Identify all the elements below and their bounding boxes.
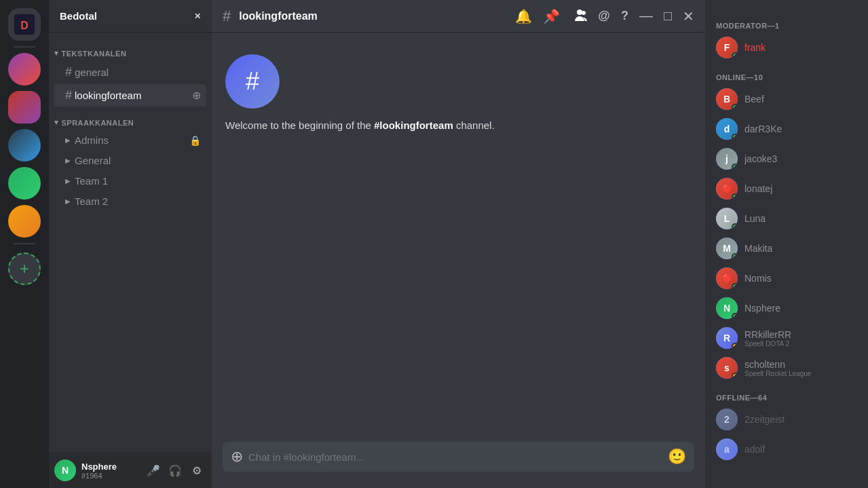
dota-icon: D bbox=[14, 14, 35, 35]
member-name-jacoke3: jacoke3 bbox=[744, 153, 777, 164]
channel-item-general[interactable]: # general bbox=[54, 61, 206, 83]
member-avatar-nsphere: N bbox=[716, 297, 738, 319]
settings-button[interactable]: ⚙ bbox=[187, 461, 206, 480]
voice-channel-team1[interactable]: ▶ Team 1 bbox=[54, 171, 206, 191]
server-icon-bedotal[interactable]: D bbox=[8, 8, 41, 41]
category-collapse-icon: ▾ bbox=[54, 49, 59, 58]
member-item-makita[interactable]: M Makita bbox=[711, 233, 863, 263]
member-avatar-rrkiller: R bbox=[716, 327, 738, 349]
server-name: Bedotal bbox=[60, 10, 97, 22]
main-content: # lookingforteam 🔔 📌 @ ? — □ ✕ # Welcome… bbox=[212, 0, 705, 488]
voice-chevron-icon-2: ▶ bbox=[65, 157, 71, 164]
member-subtext-scholtenn: Speelt Rocket League bbox=[744, 370, 811, 377]
server-icon-2[interactable] bbox=[8, 91, 41, 124]
server-icon-1[interactable] bbox=[8, 53, 41, 86]
member-avatar-frank: F bbox=[716, 37, 738, 58]
member-name-2zeitgeist: 2zeitgeist bbox=[744, 414, 785, 425]
member-name-frank: frank bbox=[744, 42, 766, 53]
offline-category-label: OFFLINE—64 bbox=[711, 383, 863, 405]
member-item-lonatej[interactable]: 🔴 lonatej bbox=[711, 174, 863, 204]
mute-button[interactable]: 🎤 bbox=[144, 461, 163, 480]
bell-icon[interactable]: 🔔 bbox=[515, 8, 532, 24]
member-name-rrkiller: RRkillerRR bbox=[744, 329, 791, 340]
member-item-nsphere[interactable]: N Nsphere bbox=[711, 293, 863, 323]
member-avatar-makita: M bbox=[716, 238, 738, 259]
user-actions: 🎤 🎧 ⚙ bbox=[144, 461, 206, 480]
user-tag: #1964 bbox=[81, 472, 138, 480]
channel-name-lookingforteam: lookingforteam bbox=[75, 90, 141, 101]
message-input[interactable] bbox=[248, 451, 662, 463]
member-item-adolf[interactable]: a adolf bbox=[711, 434, 863, 464]
header-hash-icon: # bbox=[223, 7, 231, 25]
pin-icon[interactable]: 📌 bbox=[543, 8, 560, 24]
server-divider-2 bbox=[14, 243, 35, 244]
chat-input-area: ⊕ 🙂 bbox=[212, 442, 705, 488]
member-item-rrkiller[interactable]: R RRkillerRR Speelt DOTA 2 bbox=[711, 323, 863, 353]
voice-lock-icon: 🔒 bbox=[189, 135, 201, 146]
server-icon-4[interactable] bbox=[8, 167, 41, 200]
voice-channel-general[interactable]: ▶ General bbox=[54, 151, 206, 170]
server-icon-5[interactable] bbox=[8, 205, 41, 238]
server-header[interactable]: Bedotal ✕ bbox=[49, 0, 212, 33]
member-name-nomis: Nomis bbox=[744, 273, 772, 284]
avatar: N bbox=[54, 459, 76, 481]
emoji-icon[interactable]: 🙂 bbox=[668, 448, 686, 466]
voice-channel-admins[interactable]: ▶ Admins 🔒 bbox=[54, 130, 206, 150]
member-item-luna[interactable]: L Luna bbox=[711, 204, 863, 233]
member-avatar-adolf: a bbox=[716, 438, 738, 460]
text-channels-category[interactable]: ▾ TEKSTKANALEN bbox=[49, 38, 212, 60]
welcome-message: # Welcome to the beginning of the #looki… bbox=[212, 43, 705, 142]
close-icon[interactable]: ✕ bbox=[683, 8, 694, 24]
server-icon-3[interactable] bbox=[8, 129, 41, 162]
welcome-avatar: # bbox=[225, 54, 280, 109]
member-item-jacoke3[interactable]: j jacoke3 bbox=[711, 144, 863, 174]
voice-chevron-icon-4: ▶ bbox=[65, 198, 71, 205]
help-icon[interactable]: ? bbox=[621, 9, 628, 23]
chat-input-box: ⊕ 🙂 bbox=[223, 442, 694, 472]
minimize-icon[interactable]: — bbox=[639, 8, 653, 24]
member-name-lonatej: lonatej bbox=[744, 183, 772, 194]
member-name-darr3ke: darR3Ke bbox=[744, 124, 782, 134]
member-name-makita: Makita bbox=[744, 243, 772, 254]
member-info-scholtenn: scholtenn Speelt Rocket League bbox=[744, 359, 811, 377]
voice-channels-category[interactable]: ▾ SPRAAKKANALEN bbox=[49, 107, 212, 130]
at-icon[interactable]: @ bbox=[598, 9, 610, 23]
add-server-button[interactable]: + bbox=[8, 252, 41, 285]
upload-icon[interactable]: ⊕ bbox=[231, 448, 243, 466]
member-name-adolf: adolf bbox=[744, 444, 765, 455]
member-item-nomis[interactable]: 🔴 Nomis bbox=[711, 263, 863, 293]
member-avatar-lonatej: 🔴 bbox=[716, 178, 738, 200]
deafen-button[interactable]: 🎧 bbox=[166, 461, 185, 480]
maximize-icon[interactable]: □ bbox=[664, 8, 672, 24]
member-avatar-2zeitgeist: 2 bbox=[716, 409, 738, 430]
voice-chevron-icon-3: ▶ bbox=[65, 177, 71, 185]
channel-settings-icon[interactable]: ⊕ bbox=[192, 89, 201, 102]
voice-channel-team2[interactable]: ▶ Team 2 bbox=[54, 191, 206, 211]
member-item-beef[interactable]: B Beef bbox=[711, 84, 863, 114]
hash-icon-2: # bbox=[65, 88, 72, 102]
member-item-2zeitgeist[interactable]: 2 2zeitgeist bbox=[711, 405, 863, 434]
server-dropdown-icon: ✕ bbox=[194, 12, 201, 21]
member-avatar-nomis: 🔴 bbox=[716, 267, 738, 289]
voice-channel-name-team2: Team 2 bbox=[75, 195, 108, 207]
welcome-text: Welcome to the beginning of the #looking… bbox=[225, 119, 692, 131]
member-name-luna: Luna bbox=[744, 213, 766, 224]
members-icon[interactable] bbox=[571, 8, 587, 24]
member-avatar-jacoke3: j bbox=[716, 148, 738, 170]
channel-item-lookingforteam[interactable]: # lookingforteam ⊕ bbox=[54, 84, 206, 107]
member-name-scholtenn: scholtenn bbox=[744, 359, 811, 370]
member-item-frank[interactable]: F frank bbox=[711, 33, 863, 62]
member-avatar-darr3ke: d bbox=[716, 118, 738, 140]
voice-chevron-icon: ▶ bbox=[65, 136, 71, 144]
server-divider bbox=[14, 46, 35, 48]
member-info-rrkiller: RRkillerRR Speelt DOTA 2 bbox=[744, 329, 791, 348]
moderator-category-label: MODERATOR—1 bbox=[711, 11, 863, 33]
member-subtext-rrkiller: Speelt DOTA 2 bbox=[744, 340, 791, 348]
member-item-darr3ke[interactable]: d darR3Ke bbox=[711, 114, 863, 144]
channel-name-general: general bbox=[75, 67, 109, 78]
voice-channel-name-admins: Admins bbox=[75, 134, 109, 146]
svg-text:D: D bbox=[20, 20, 29, 31]
member-item-scholtenn[interactable]: s scholtenn Speelt Rocket League bbox=[711, 353, 863, 383]
header-channel-name: lookingforteam bbox=[239, 10, 318, 22]
member-name-nsphere: Nsphere bbox=[744, 303, 780, 314]
